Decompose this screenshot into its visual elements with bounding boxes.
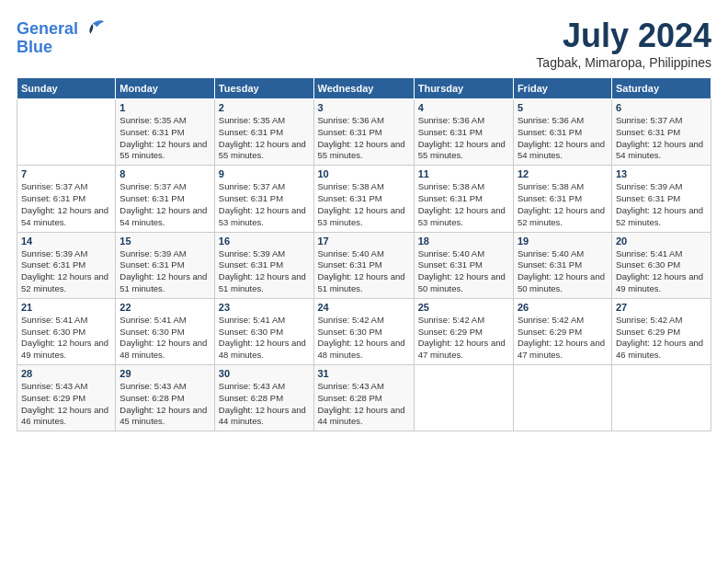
table-row: 23 Sunrise: 5:41 AMSunset: 6:30 PMDaylig… [214, 298, 313, 364]
table-row [611, 365, 711, 431]
table-row: 10 Sunrise: 5:38 AMSunset: 6:31 PMDaylig… [313, 166, 414, 232]
cell-content: Sunrise: 5:42 AMSunset: 6:29 PMDaylight:… [418, 315, 506, 360]
table-row: 24 Sunrise: 5:42 AMSunset: 6:30 PMDaylig… [313, 298, 414, 364]
location-subtitle: Tagbak, Mimaropa, Philippines [536, 55, 711, 70]
cell-content: Sunrise: 5:36 AMSunset: 6:31 PMDaylight:… [518, 115, 605, 160]
table-row: 7 Sunrise: 5:37 AMSunset: 6:31 PMDayligh… [17, 166, 116, 232]
cell-content: Sunrise: 5:36 AMSunset: 6:31 PMDaylight:… [418, 115, 506, 160]
day-number: 28 [21, 368, 111, 379]
day-number: 9 [219, 168, 310, 179]
table-row: 26 Sunrise: 5:42 AMSunset: 6:29 PMDaylig… [513, 298, 611, 364]
header-sunday: Sunday [17, 78, 116, 99]
day-number: 19 [518, 236, 608, 247]
cell-content: Sunrise: 5:39 AMSunset: 6:31 PMDaylight:… [219, 248, 306, 293]
table-row: 20 Sunrise: 5:41 AMSunset: 6:30 PMDaylig… [611, 232, 711, 298]
table-row: 8 Sunrise: 5:37 AMSunset: 6:31 PMDayligh… [116, 166, 214, 232]
table-row: 17 Sunrise: 5:40 AMSunset: 6:31 PMDaylig… [313, 232, 414, 298]
day-number: 2 [219, 102, 310, 113]
logo-text: General [17, 20, 78, 39]
header: General Blue July 2024 Tagbak, Mimaropa,… [17, 17, 711, 70]
table-row [414, 365, 513, 431]
day-number: 15 [119, 236, 210, 247]
day-number: 1 [119, 102, 210, 113]
day-number: 11 [418, 168, 509, 179]
header-saturday: Saturday [611, 78, 711, 99]
table-row: 13 Sunrise: 5:39 AMSunset: 6:31 PMDaylig… [611, 166, 711, 232]
cell-content: Sunrise: 5:39 AMSunset: 6:31 PMDaylight:… [119, 248, 207, 293]
day-number: 23 [219, 302, 310, 313]
cell-content: Sunrise: 5:40 AMSunset: 6:31 PMDaylight:… [318, 248, 405, 293]
table-row: 30 Sunrise: 5:43 AMSunset: 6:28 PMDaylig… [214, 365, 313, 431]
cell-content: Sunrise: 5:43 AMSunset: 6:28 PMDaylight:… [219, 381, 306, 426]
table-row: 11 Sunrise: 5:38 AMSunset: 6:31 PMDaylig… [414, 166, 513, 232]
cell-content: Sunrise: 5:41 AMSunset: 6:30 PMDaylight:… [219, 315, 306, 360]
cell-content: Sunrise: 5:43 AMSunset: 6:29 PMDaylight:… [21, 381, 108, 426]
day-number: 22 [119, 302, 210, 313]
title-block: July 2024 Tagbak, Mimaropa, Philippines [536, 17, 711, 70]
table-row: 14 Sunrise: 5:39 AMSunset: 6:31 PMDaylig… [17, 232, 116, 298]
calendar-week-row: 1 Sunrise: 5:35 AMSunset: 6:31 PMDayligh… [17, 99, 711, 166]
day-number: 27 [616, 302, 707, 313]
cell-content: Sunrise: 5:37 AMSunset: 6:31 PMDaylight:… [219, 181, 306, 226]
cell-content: Sunrise: 5:43 AMSunset: 6:28 PMDaylight:… [119, 381, 207, 426]
day-number: 31 [318, 368, 410, 379]
table-row: 21 Sunrise: 5:41 AMSunset: 6:30 PMDaylig… [17, 298, 116, 364]
cell-content: Sunrise: 5:40 AMSunset: 6:31 PMDaylight:… [418, 248, 506, 293]
cell-content: Sunrise: 5:37 AMSunset: 6:31 PMDaylight:… [21, 181, 108, 226]
cell-content: Sunrise: 5:38 AMSunset: 6:31 PMDaylight:… [318, 181, 405, 226]
cell-content: Sunrise: 5:37 AMSunset: 6:31 PMDaylight:… [616, 115, 703, 160]
cell-content: Sunrise: 5:41 AMSunset: 6:30 PMDaylight:… [119, 315, 207, 360]
day-number: 5 [518, 102, 608, 113]
day-number: 10 [318, 168, 410, 179]
cell-content: Sunrise: 5:38 AMSunset: 6:31 PMDaylight:… [518, 181, 605, 226]
table-row: 31 Sunrise: 5:43 AMSunset: 6:28 PMDaylig… [313, 365, 414, 431]
table-row: 29 Sunrise: 5:43 AMSunset: 6:28 PMDaylig… [116, 365, 214, 431]
day-number: 3 [318, 102, 410, 113]
calendar-week-row: 14 Sunrise: 5:39 AMSunset: 6:31 PMDaylig… [17, 232, 711, 298]
table-row [17, 99, 116, 166]
day-number: 4 [418, 102, 509, 113]
header-tuesday: Tuesday [214, 78, 313, 99]
logo-bird-icon [80, 17, 106, 42]
table-row: 9 Sunrise: 5:37 AMSunset: 6:31 PMDayligh… [214, 166, 313, 232]
month-year-title: July 2024 [536, 17, 711, 55]
day-number: 7 [21, 168, 111, 179]
cell-content: Sunrise: 5:41 AMSunset: 6:30 PMDaylight:… [21, 315, 108, 360]
day-number: 17 [318, 236, 410, 247]
calendar-week-row: 7 Sunrise: 5:37 AMSunset: 6:31 PMDayligh… [17, 166, 711, 232]
calendar-table: Sunday Monday Tuesday Wednesday Thursday… [17, 77, 711, 431]
table-row: 22 Sunrise: 5:41 AMSunset: 6:30 PMDaylig… [116, 298, 214, 364]
cell-content: Sunrise: 5:35 AMSunset: 6:31 PMDaylight:… [119, 115, 207, 160]
header-monday: Monday [116, 78, 214, 99]
day-number: 18 [418, 236, 509, 247]
day-number: 29 [119, 368, 210, 379]
table-row: 28 Sunrise: 5:43 AMSunset: 6:29 PMDaylig… [17, 365, 116, 431]
day-number: 14 [21, 236, 111, 247]
header-friday: Friday [513, 78, 611, 99]
table-row: 19 Sunrise: 5:40 AMSunset: 6:31 PMDaylig… [513, 232, 611, 298]
day-number: 30 [219, 368, 310, 379]
day-number: 13 [616, 168, 707, 179]
cell-content: Sunrise: 5:42 AMSunset: 6:29 PMDaylight:… [518, 315, 605, 360]
cell-content: Sunrise: 5:35 AMSunset: 6:31 PMDaylight:… [219, 115, 306, 160]
cell-content: Sunrise: 5:39 AMSunset: 6:31 PMDaylight:… [616, 181, 703, 226]
day-number: 8 [119, 168, 210, 179]
table-row: 25 Sunrise: 5:42 AMSunset: 6:29 PMDaylig… [414, 298, 513, 364]
table-row: 6 Sunrise: 5:37 AMSunset: 6:31 PMDayligh… [611, 99, 711, 166]
table-row: 4 Sunrise: 5:36 AMSunset: 6:31 PMDayligh… [414, 99, 513, 166]
calendar-week-row: 21 Sunrise: 5:41 AMSunset: 6:30 PMDaylig… [17, 298, 711, 364]
day-number: 6 [616, 102, 707, 113]
cell-content: Sunrise: 5:41 AMSunset: 6:30 PMDaylight:… [616, 248, 703, 293]
cell-content: Sunrise: 5:42 AMSunset: 6:29 PMDaylight:… [616, 315, 703, 360]
calendar-header-row: Sunday Monday Tuesday Wednesday Thursday… [17, 78, 711, 99]
day-number: 25 [418, 302, 509, 313]
table-row: 18 Sunrise: 5:40 AMSunset: 6:31 PMDaylig… [414, 232, 513, 298]
page-container: General Blue July 2024 Tagbak, Mimaropa,… [0, 0, 728, 441]
header-thursday: Thursday [414, 78, 513, 99]
day-number: 26 [518, 302, 608, 313]
table-row: 5 Sunrise: 5:36 AMSunset: 6:31 PMDayligh… [513, 99, 611, 166]
table-row: 1 Sunrise: 5:35 AMSunset: 6:31 PMDayligh… [116, 99, 214, 166]
day-number: 20 [616, 236, 707, 247]
cell-content: Sunrise: 5:43 AMSunset: 6:28 PMDaylight:… [318, 381, 405, 426]
logo-blue-text: Blue [17, 39, 52, 57]
